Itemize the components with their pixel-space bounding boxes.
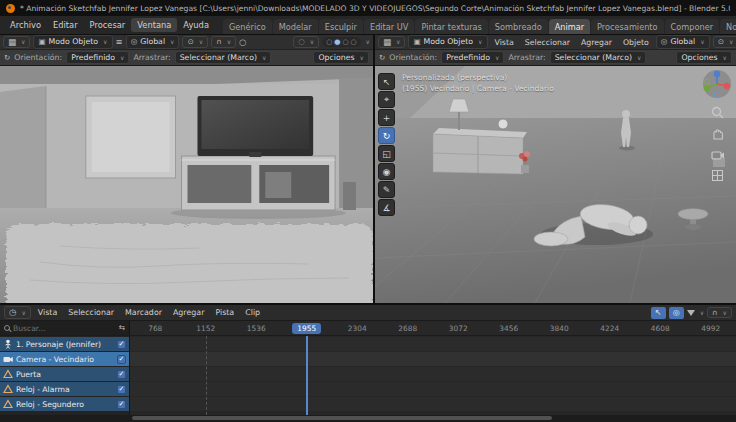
speaker[interactable] — [343, 182, 356, 210]
menu-archivo[interactable]: Archivo — [4, 18, 47, 32]
3d-scene-left[interactable] — [0, 66, 373, 303]
menu-pista[interactable]: Pista — [211, 307, 238, 318]
select-box-tool[interactable]: ↖ — [378, 73, 395, 90]
menu-procesar[interactable]: Procesar — [84, 18, 132, 32]
tab-animar[interactable]: Animar — [549, 19, 590, 34]
snapping-dropdown[interactable]: ∩ — [211, 36, 236, 48]
channel-checkbox[interactable] — [117, 355, 126, 364]
pivot-point-dropdown[interactable]: ⊙ — [182, 36, 208, 48]
shading-dropdown[interactable] — [364, 39, 370, 45]
horizontal-scrollbar[interactable] — [0, 415, 736, 422]
channel-checkbox[interactable] — [117, 385, 126, 394]
measure-tool[interactable]: ∡ — [378, 199, 395, 216]
active-tool-icon: ↻ — [4, 54, 10, 62]
tab-generico[interactable]: Genérico — [223, 19, 272, 34]
mode-dropdown[interactable]: ▣Modo Objeto — [408, 35, 487, 48]
shading-wireframe-icon[interactable]: ○ — [326, 38, 332, 46]
animation-editor-icon: ◷ — [9, 308, 16, 317]
3d-scene-right[interactable] — [375, 66, 736, 303]
clock[interactable] — [498, 119, 508, 129]
channel-row[interactable]: 1. Personaje (Jennifer) — [0, 337, 129, 351]
menu-clip[interactable]: Clip — [241, 307, 264, 318]
transform-tool[interactable]: ◉ — [378, 163, 395, 180]
filter-icon[interactable] — [687, 310, 695, 316]
menu-agregar[interactable]: Agregar — [577, 37, 616, 48]
window-title: * Animación Sketchfab Jennifer Lopez Van… — [20, 4, 730, 13]
orientation-preset-dropdown[interactable]: Predefinido — [66, 51, 129, 64]
rotate-tool[interactable]: ↻ — [378, 127, 395, 144]
transform-orientation-dropdown[interactable]: ◎Global — [126, 35, 180, 48]
scrollbar-thumb[interactable] — [132, 416, 552, 420]
options-dropdown[interactable]: Opciones — [313, 51, 369, 64]
pivot-point-dropdown[interactable]: ⊙ — [713, 36, 736, 48]
tab-sombreado[interactable]: Sombreado — [489, 19, 548, 34]
menu-marcador[interactable]: Marcador — [121, 307, 166, 318]
tv-screen[interactable] — [197, 96, 313, 157]
menu-vista[interactable]: Vista — [34, 307, 61, 318]
mode-dropdown[interactable]: ▣Modo Objeto — [33, 35, 112, 48]
annotate-tool[interactable]: ✎ — [378, 181, 395, 198]
move-tool[interactable]: + — [378, 109, 395, 126]
camera-view-button[interactable] — [709, 146, 725, 162]
editor-type-dropdown[interactable]: ▦ — [3, 36, 30, 49]
cursor-tool[interactable]: ⌖ — [378, 91, 395, 108]
channel-checkbox[interactable] — [117, 370, 126, 379]
menu-ayuda[interactable]: Ayuda — [177, 18, 215, 32]
channel-checkbox[interactable] — [117, 340, 126, 349]
snapping-dropdown[interactable]: ∩ — [707, 307, 732, 319]
shading-solid-icon[interactable]: ● — [334, 38, 340, 46]
search-input[interactable] — [13, 324, 116, 333]
dresser[interactable] — [433, 128, 527, 174]
toggle-ortho-grid-button[interactable] — [709, 167, 725, 183]
channel-checkbox[interactable] — [117, 400, 126, 409]
collapsed-menus-icon[interactable]: ≡ — [116, 38, 123, 47]
menu-seleccionar[interactable]: Seleccionar — [521, 37, 574, 48]
channel-row[interactable]: Reloj - Alarma — [0, 382, 129, 396]
channel-row[interactable]: Camera - Vecindario — [0, 352, 129, 366]
frame-ruler[interactable]: 768 1152 1536 1955 2304 2688 3072 3456 3… — [130, 321, 736, 335]
editor-type-dropdown[interactable]: ◷ — [4, 306, 31, 319]
menu-objeto[interactable]: Objeto — [619, 37, 653, 48]
tab-esculpir[interactable]: Esculpir — [319, 19, 363, 34]
filter-dropdown[interactable] — [698, 310, 704, 316]
globe-icon: ◎ — [131, 38, 138, 46]
tab-pintar-texturas[interactable]: Pintar texturas — [415, 19, 487, 34]
show-hidden-channels-toggle[interactable]: ◎ — [669, 307, 684, 319]
show-overlays-dropdown[interactable]: ◌ — [293, 36, 319, 48]
proportional-editing-icon[interactable]: ○ — [239, 38, 246, 47]
expand-arrows-icon[interactable]: ⇆ — [119, 324, 125, 332]
tv-cabinet[interactable] — [182, 156, 336, 210]
track-area[interactable] — [130, 336, 736, 415]
channel-row[interactable]: Puerta — [0, 367, 129, 381]
channel-row[interactable]: Reloj - Segundero — [0, 397, 129, 411]
drag-mode-dropdown[interactable]: Seleccionar (Marco) — [175, 51, 272, 64]
menu-vista[interactable]: Vista — [491, 37, 518, 48]
menu-editar[interactable]: Editar — [47, 18, 84, 32]
axis-z-handle[interactable] — [714, 71, 720, 77]
menu-seleccionar[interactable]: Seleccionar — [64, 307, 118, 318]
scale-tool[interactable]: ◱ — [378, 145, 395, 162]
tab-editar-uv[interactable]: Editar UV — [364, 19, 414, 34]
shading-rendered-icon[interactable]: ○ — [350, 38, 356, 46]
orientation-preset-dropdown[interactable]: Predefinido — [441, 51, 504, 64]
navigation-gizmo[interactable] — [702, 69, 732, 99]
editor-type-dropdown[interactable]: ▦ — [378, 36, 405, 49]
rug[interactable] — [6, 224, 373, 303]
tab-nodos-geometria[interactable]: Nodos de geometría — [720, 19, 736, 34]
zoom-button[interactable] — [709, 104, 725, 120]
drag-mode-dropdown[interactable]: Seleccionar (Marco) — [550, 51, 647, 64]
tab-procesamiento[interactable]: Procesamiento — [591, 19, 664, 34]
axis-y-handle[interactable] — [704, 85, 710, 91]
tab-modelar[interactable]: Modelar — [273, 19, 318, 34]
transform-orientation-dropdown[interactable]: ◎Global — [656, 35, 710, 48]
shading-material-icon[interactable]: ○ — [342, 38, 348, 46]
options-dropdown[interactable]: Opciones — [676, 51, 732, 64]
tab-componer[interactable]: Componer — [665, 19, 720, 34]
menu-ventana[interactable]: Ventana — [131, 18, 177, 32]
menu-agregar[interactable]: Agregar — [169, 307, 208, 318]
only-selected-channels-toggle[interactable]: ↖ — [651, 307, 666, 319]
axis-x-handle[interactable] — [724, 83, 730, 89]
playhead-line[interactable] — [306, 336, 308, 415]
pan-hand-button[interactable] — [709, 125, 725, 141]
current-frame-indicator[interactable]: 1955 — [292, 323, 321, 334]
